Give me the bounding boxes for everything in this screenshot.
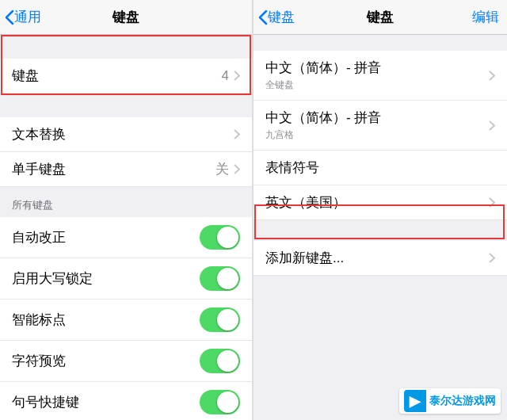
- toggle-row[interactable]: 智能标点: [0, 300, 252, 341]
- one-handed-row[interactable]: 单手键盘 关: [0, 152, 252, 187]
- nav-title: 键盘: [367, 8, 394, 26]
- add-keyboard-row[interactable]: 添加新键盘...: [254, 241, 507, 276]
- switch-on[interactable]: [200, 266, 240, 291]
- toggle-row[interactable]: 自动改正: [0, 217, 252, 258]
- chevron-right-icon: [234, 71, 240, 81]
- chevron-left-icon: [5, 10, 14, 25]
- keyboards-row[interactable]: 键盘 4: [0, 59, 252, 94]
- toggle-row[interactable]: 启用大写锁定: [0, 258, 252, 300]
- chevron-right-icon: [234, 129, 240, 139]
- row-label: 添加新键盘...: [265, 249, 344, 267]
- row-value: 关: [215, 160, 229, 178]
- row-label: 字符预览: [12, 352, 66, 370]
- watermark-icon: ▶: [404, 390, 426, 412]
- text-replacement-row[interactable]: 文本替换: [0, 117, 252, 152]
- chevron-right-icon: [489, 253, 495, 263]
- toggle-row[interactable]: 字符预览: [0, 341, 252, 382]
- back-button[interactable]: 键盘: [254, 8, 295, 26]
- chevron-left-icon: [258, 10, 268, 25]
- row-label: 表情符号: [265, 158, 319, 177]
- switch-on[interactable]: [200, 390, 240, 414]
- section-header-all: 所有键盘: [0, 187, 252, 217]
- back-label: 通用: [14, 8, 41, 26]
- nav-title: 键盘: [112, 8, 139, 26]
- switch-on[interactable]: [200, 349, 240, 373]
- row-label: 启用大写锁定: [12, 269, 93, 288]
- row-label: 中文（简体）- 拼音: [265, 109, 381, 127]
- row-label: 单手键盘: [12, 160, 66, 178]
- row-value: 4: [222, 68, 229, 84]
- row-label: 英文（美国）: [265, 193, 346, 212]
- keyboard-item[interactable]: 表情符号: [254, 151, 507, 185]
- keyboard-item[interactable]: 中文（简体）- 拼音 全键盘: [254, 51, 507, 101]
- row-label: 自动改正: [12, 228, 66, 246]
- row-label: 智能标点: [12, 311, 66, 329]
- watermark-text: 泰尔达游戏网: [429, 394, 496, 408]
- row-label: 中文（简体）- 拼音: [265, 59, 381, 77]
- keyboard-item[interactable]: 英文（美国）: [254, 185, 507, 220]
- row-label: 句号快捷键: [12, 393, 79, 411]
- navbar-right: 键盘 键盘 编辑: [254, 0, 507, 35]
- watermark: ▶ 泰尔达游戏网: [399, 388, 501, 414]
- chevron-right-icon: [489, 71, 495, 81]
- chevron-right-icon: [489, 120, 495, 131]
- row-sublabel: 九宫格: [265, 128, 381, 142]
- switch-on[interactable]: [200, 307, 240, 332]
- switch-on[interactable]: [200, 225, 240, 250]
- edit-button[interactable]: 编辑: [472, 8, 499, 26]
- row-label: 文本替换: [12, 125, 66, 143]
- keyboard-item[interactable]: 中文（简体）- 拼音 九宫格: [254, 101, 507, 151]
- back-button[interactable]: 通用: [0, 8, 41, 26]
- toggle-row[interactable]: 句号快捷键: [0, 382, 252, 420]
- back-label: 键盘: [268, 8, 295, 26]
- navbar-left: 通用 键盘: [0, 0, 252, 35]
- chevron-right-icon: [489, 197, 495, 208]
- row-label: 键盘: [12, 67, 39, 85]
- row-sublabel: 全键盘: [265, 78, 381, 92]
- chevron-right-icon: [234, 164, 240, 174]
